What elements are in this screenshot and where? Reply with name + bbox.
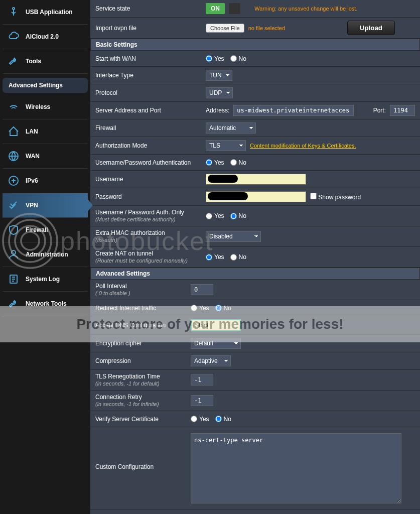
label-tls-reneg: TLS Renegotiation Time(in seconds, -1 fo… [95, 373, 191, 387]
compression-select[interactable]: Adaptive [191, 355, 231, 366]
label-accept-dns: Accept DNS Configuration [95, 322, 191, 329]
usb-icon [7, 5, 21, 19]
redirect-yes[interactable]: Yes [191, 305, 209, 312]
svg-point-0 [13, 8, 15, 10]
label-compression: Compression [95, 357, 191, 364]
label-firewall: Firewall [95, 124, 206, 132]
label-extra-hmac: Extra HMAC authorization(tls-auth) [95, 229, 206, 243]
create-nat-yes[interactable]: Yes [206, 253, 224, 261]
sidebar-item-administration[interactable]: Administration [3, 242, 88, 267]
label-conn-retry: Connection Retry(in seconds, -1 for infi… [95, 394, 191, 408]
row-firewall: Firewall Automatic [90, 119, 420, 137]
toggle-off-side[interactable] [229, 3, 240, 14]
encryption-select[interactable]: Default [191, 338, 241, 349]
row-accept-dns: Accept DNS Configuration Strict [90, 316, 420, 335]
label-interface-type: Interface Type [95, 72, 206, 79]
sidebar-item-vpn[interactable]: VPN [3, 193, 88, 218]
sidebar-label: Firewall [26, 226, 48, 233]
vpn-icon [7, 198, 21, 212]
redirect-no[interactable]: No [215, 305, 231, 312]
sidebar-label: Wireless [26, 103, 50, 110]
ipv6-icon [7, 174, 21, 188]
sidebar-label: VPN [26, 202, 38, 209]
label-service-state: Service state [95, 5, 206, 12]
label-create-nat: Create NAT on tunnel(Router must be conf… [95, 250, 206, 264]
port-input[interactable] [390, 105, 415, 116]
row-auth-mode: Authorization Mode TLS Content modificat… [90, 137, 420, 155]
sidebar-label: System Log [26, 276, 60, 283]
row-userpass-auth: Username/Password Authentication Yes No [90, 155, 420, 171]
advanced-settings-header: Advanced Settings [3, 78, 88, 93]
redacted-overlay [208, 192, 248, 200]
userpass-only-yes[interactable]: Yes [206, 212, 224, 219]
verify-no[interactable]: No [215, 416, 231, 423]
sidebar-item-lan[interactable]: LAN [3, 119, 88, 144]
row-server-address: Server Address and Port Address: Port: [90, 102, 420, 119]
label-userpass-auth: Username/Password Authentication [95, 159, 206, 166]
row-compression: Compression Adaptive [90, 352, 420, 370]
globe-icon [7, 149, 21, 163]
verify-yes[interactable]: Yes [191, 416, 209, 423]
home-icon [7, 124, 21, 139]
label-redirect: Redirect Internet traffic [95, 305, 191, 312]
label-custom-config: Custom Configuration [95, 433, 191, 470]
row-custom-config: Custom Configuration ns-cert-type server [90, 427, 420, 510]
protocol-select[interactable]: UDP [206, 87, 233, 98]
sidebar-item-usb[interactable]: USB Application [3, 0, 88, 25]
address-input[interactable] [233, 105, 354, 116]
auth-mode-link[interactable]: Content modification of Keys & Certifica… [250, 143, 356, 149]
userpass-yes[interactable]: Yes [206, 159, 224, 166]
conn-retry-input[interactable] [191, 395, 213, 406]
service-state-toggle[interactable]: ON [206, 3, 225, 14]
sidebar-label: LAN [26, 128, 38, 135]
user-icon [7, 247, 21, 262]
sidebar-item-networktools[interactable]: Network Tools [3, 292, 88, 316]
tls-reneg-input[interactable] [191, 374, 213, 386]
sidebar-label: Tools [26, 58, 41, 65]
sidebar-item-systemlog[interactable]: System Log [3, 267, 88, 292]
custom-config-textarea[interactable]: ns-cert-type server [191, 433, 401, 503]
sidebar-item-firewall[interactable]: Firewall [3, 218, 88, 242]
start-wan-no[interactable]: No [230, 55, 246, 62]
main-content: Service state ON Warning: any unsaved ch… [90, 0, 420, 514]
log-icon [7, 272, 21, 286]
row-encryption: Encryption cipher Default [90, 335, 420, 352]
label-auth-mode: Authorization Mode [95, 142, 206, 149]
userpass-no[interactable]: No [230, 159, 246, 166]
start-wan-yes[interactable]: Yes [206, 55, 224, 62]
poll-interval-input[interactable] [191, 284, 213, 295]
extra-hmac-select[interactable]: Disabled [206, 231, 261, 242]
create-nat-no[interactable]: No [230, 253, 246, 261]
auth-mode-select[interactable]: TLS [206, 140, 246, 151]
sidebar-item-aicloud[interactable]: AiCloud 2.0 [3, 25, 88, 49]
sidebar-item-wireless[interactable]: Wireless [3, 95, 88, 119]
firewall-select[interactable]: Automatic [206, 122, 256, 134]
advanced-settings-section-header: Advanced Settings [90, 268, 420, 280]
wrench-icon [7, 54, 21, 68]
shield-icon [7, 223, 21, 237]
userpass-only-no[interactable]: No [230, 212, 246, 219]
row-userpass-only: Username / Password Auth. Only(Must defi… [90, 206, 420, 226]
svg-point-3 [12, 250, 16, 254]
upload-button[interactable]: Upload [347, 21, 395, 35]
sidebar-item-ipv6[interactable]: IPv6 [3, 169, 88, 193]
choose-file-button[interactable]: Choose File [206, 24, 244, 33]
accept-dns-select[interactable]: Strict [191, 319, 241, 331]
warning-text: Warning: any unsaved change will be lost… [254, 6, 357, 12]
row-conn-retry: Connection Retry(in seconds, -1 for infi… [90, 391, 420, 411]
sidebar: USB Application AiCloud 2.0 Tools Advanc… [0, 0, 90, 514]
label-password: Password [95, 193, 206, 200]
row-create-nat: Create NAT on tunnel(Router must be conf… [90, 247, 420, 268]
basic-settings-header: Basic Settings [90, 39, 420, 51]
label-userpass-only: Username / Password Auth. Only(Must defi… [95, 209, 206, 223]
sidebar-label: Network Tools [26, 300, 67, 307]
sidebar-item-wan[interactable]: WAN [3, 144, 88, 169]
sidebar-item-tools[interactable]: Tools [3, 49, 88, 74]
row-password: Password Show password [90, 188, 420, 206]
label-verify-server: Verify Server Certificate [95, 416, 191, 423]
interface-type-select[interactable]: TUN [206, 70, 232, 81]
row-import-ovpn: Import ovpn file Choose File no file sel… [90, 18, 420, 39]
sidebar-label: Administration [26, 251, 68, 258]
show-password-checkbox[interactable]: Show password [310, 193, 361, 201]
wifi-icon [7, 100, 21, 114]
